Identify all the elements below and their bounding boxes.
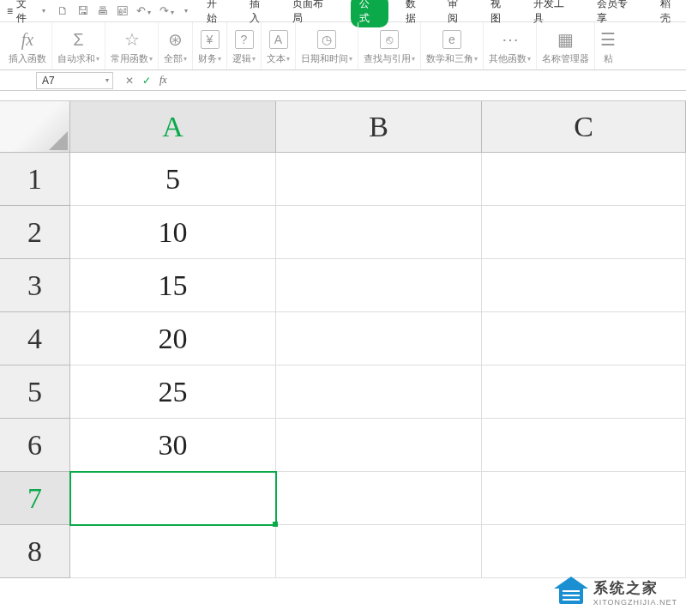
question-icon: ? [235,30,254,49]
ribbon-label: 逻辑 [232,52,251,65]
undo-icon[interactable]: ↶▾ [136,4,151,17]
row-header-1[interactable]: 1 [0,153,70,206]
row-header-3[interactable]: 3 [0,259,70,312]
ribbon-name-manager[interactable]: ▦ 名称管理器 [537,22,595,69]
ribbon-autosum[interactable]: Σ 自动求和▾ [52,22,105,69]
cell-C7[interactable] [482,472,686,525]
ribbon-label: 名称管理器 [542,52,589,65]
cell-B6[interactable] [276,419,482,472]
fx-icon[interactable]: fx [159,74,167,87]
ribbon-logical[interactable]: ? 逻辑▾ [227,22,262,69]
ribbon-label: 常用函数 [111,52,148,65]
row-header-7[interactable]: 7 [0,472,70,525]
cell-B7[interactable] [276,472,482,525]
cell-C1[interactable] [482,153,686,206]
quick-access-toolbar: 🗋 🖫 🖶 🗟 ↶▾ ↷▾ ▾ [52,4,193,17]
cell-B1[interactable] [276,153,482,206]
cell-C4[interactable] [482,312,686,365]
column-header-A[interactable]: A [70,101,276,153]
confirm-icon[interactable]: ✓ [142,75,151,87]
ribbon-datetime[interactable]: ◷ 日期和时间▾ [296,22,358,69]
all-icon: ⊛ [168,29,183,50]
fx-icon: fx [21,30,33,50]
ribbon-paste[interactable]: ☰ 粘 [595,22,621,69]
formula-controls: ✕ ✓ fx [125,74,167,87]
redo-icon[interactable]: ↷▾ [159,4,174,17]
tab-docer[interactable]: 稻壳 [655,0,686,28]
row-2: 2 10 [0,206,686,259]
save-icon[interactable]: 🖫 [77,4,88,17]
list-icon: ☰ [600,29,616,50]
qat-more-icon[interactable]: ▾ [184,7,188,15]
chevron-down-icon: ▾ [349,55,352,63]
sigma-icon: Σ [73,30,83,50]
cell-B8[interactable] [276,525,482,578]
spreadsheet-grid: A B C 1 5 2 10 3 15 4 20 5 25 6 30 7 [0,101,686,578]
name-box[interactable]: A7 ▾ [36,72,113,89]
row-8: 8 [0,525,686,578]
cell-B3[interactable] [276,259,482,312]
cell-A1[interactable]: 5 [70,153,276,206]
ribbon-financial[interactable]: ¥ 财务▾ [193,22,227,69]
hamburger-icon: ≡ [7,5,13,17]
row-6: 6 30 [0,419,686,472]
cell-A2[interactable]: 10 [70,206,276,259]
ribbon-label: 粘 [604,52,613,65]
ribbon-insert-function[interactable]: fx 插入函数 [3,22,52,69]
ribbon-label: 文本 [267,52,286,65]
row-header-8[interactable]: 8 [0,525,70,578]
chevron-down-icon: ▾ [149,55,153,63]
print-icon[interactable]: 🖶 [97,4,108,17]
yen-icon: ¥ [201,30,220,49]
chevron-down-icon: ▾ [252,55,256,63]
column-header-B[interactable]: B [276,101,482,153]
ribbon-label: 插入函数 [9,52,46,65]
cell-B4[interactable] [276,312,482,365]
cell-A6[interactable]: 30 [70,419,276,472]
ribbon: fx 插入函数 Σ 自动求和▾ ☆ 常用函数▾ ⊛ 全部▾ ¥ 财务▾ ? 逻辑… [0,22,686,70]
ribbon-more-functions[interactable]: ⋯ 其他函数▾ [484,22,537,69]
ribbon-text[interactable]: A 文本▾ [262,22,296,69]
formula-input[interactable] [167,72,686,89]
cell-B5[interactable] [276,365,482,419]
watermark-logo-icon [554,577,588,607]
cell-C8[interactable] [482,525,686,578]
column-header-C[interactable]: C [482,101,686,153]
ribbon-math-trig[interactable]: e 数学和三角▾ [421,22,484,69]
cell-C5[interactable] [482,365,686,419]
row-1: 1 5 [0,153,686,206]
ribbon-label: 其他函数 [489,52,527,65]
spacer [0,91,686,101]
chevron-down-icon: ▾ [105,76,109,84]
row-3: 3 15 [0,259,686,312]
row-5: 5 25 [0,365,686,419]
cell-C3[interactable] [482,259,686,312]
ribbon-lookup[interactable]: ⎋ 查找与引用▾ [358,22,421,69]
cell-C6[interactable] [482,419,686,472]
ribbon-all-functions[interactable]: ⊛ 全部▾ [159,22,193,69]
select-all-corner[interactable] [0,101,70,153]
clock-icon: ◷ [317,30,336,49]
cell-A8[interactable] [70,525,276,578]
watermark-text: 系统之家 XITONGZHIJIA.NET [593,578,677,607]
cell-A3[interactable]: 15 [70,259,276,312]
ribbon-label: 自动求和 [57,52,95,65]
row-header-4[interactable]: 4 [0,312,70,365]
cell-A7[interactable] [70,472,276,525]
cell-A4[interactable]: 20 [70,312,276,365]
row-header-2[interactable]: 2 [0,206,70,259]
cell-A5[interactable]: 25 [70,365,276,419]
ribbon-recent-functions[interactable]: ☆ 常用函数▾ [105,22,159,69]
row-header-6[interactable]: 6 [0,419,70,472]
menu-bar: ≡ 文件 ▾ 🗋 🖫 🖶 🗟 ↶▾ ↷▾ ▾ 开始 插入 页面布局 公式 数据 … [0,0,686,22]
cell-B2[interactable] [276,206,482,259]
cancel-icon[interactable]: ✕ [125,75,134,87]
row-header-5[interactable]: 5 [0,365,70,419]
chevron-down-icon: ▾ [96,55,99,63]
print-preview-icon[interactable]: 🗟 [117,4,128,17]
ribbon-label: 财务 [198,52,217,65]
cell-C2[interactable] [482,206,686,259]
new-doc-icon[interactable]: 🗋 [57,4,69,17]
watermark-cn: 系统之家 [593,578,677,598]
chevron-down-icon: ▾ [42,7,45,15]
